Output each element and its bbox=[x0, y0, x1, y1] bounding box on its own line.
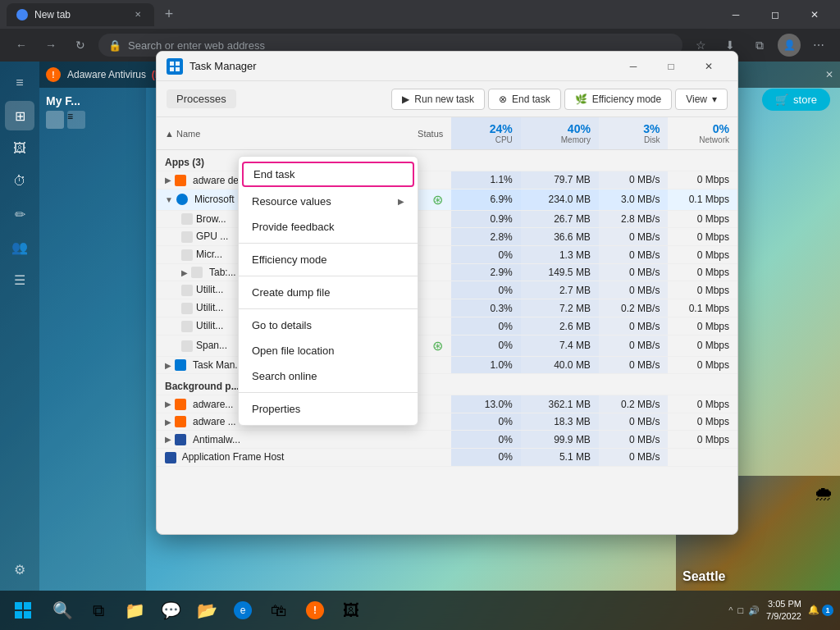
taskbar-fileexplorer-button[interactable]: 📁 bbox=[118, 594, 151, 627]
forward-button[interactable]: → bbox=[39, 34, 62, 57]
tm-maximize-button[interactable]: □ bbox=[652, 55, 690, 78]
table-row[interactable]: ▶ Antimalw... 0% 99.9 MB 0 MB/s 0 Mbps bbox=[157, 431, 737, 449]
open-file-location-label: Open file location bbox=[252, 345, 334, 357]
taskbar-store-button[interactable]: 🛍 bbox=[262, 594, 295, 627]
sidebar-history-button[interactable]: ⏱ bbox=[5, 167, 34, 196]
resource-values-label: Resource values bbox=[252, 195, 331, 208]
start-button[interactable] bbox=[7, 594, 39, 627]
notification-area[interactable]: 🔔 1 bbox=[808, 605, 833, 616]
tab-favicon bbox=[16, 9, 28, 21]
taskbar-search-button[interactable]: 🔍 bbox=[46, 594, 79, 627]
taskbar: 🔍 ⧉ 📁 💬 📂 e 🛍 ! 🖼 ^ □ 🔊 3:05 PM 7/9/2022 bbox=[0, 591, 840, 630]
context-menu-end-task[interactable]: End task bbox=[242, 162, 414, 187]
sidebar-settings-button[interactable]: ⚙ bbox=[5, 555, 34, 584]
address-text: Search or enter web address bbox=[128, 39, 265, 52]
taskbar-edge-button[interactable]: e bbox=[226, 594, 259, 627]
refresh-button[interactable]: ↻ bbox=[69, 34, 92, 57]
back-button[interactable]: ← bbox=[10, 34, 33, 57]
tray-wifi-icon[interactable]: □ bbox=[737, 605, 743, 615]
tab-close-button[interactable]: ✕ bbox=[131, 8, 144, 21]
window-controls: ─ ◻ ✕ bbox=[717, 2, 833, 28]
restore-button[interactable]: ◻ bbox=[756, 2, 794, 28]
efficiency-icon: 🌿 bbox=[575, 94, 587, 105]
notification-icon: 🔔 bbox=[808, 605, 819, 614]
taskbar-photos-button[interactable]: 🖼 bbox=[335, 594, 368, 627]
svg-rect-1 bbox=[176, 62, 180, 66]
expand-taskmgr-button[interactable]: ▶ Task Man... bbox=[165, 359, 243, 371]
collapse-icon: ▼ bbox=[165, 195, 173, 204]
task-manager-toolbar: Processes ▶ Run new task ⊗ End task 🌿 Ef… bbox=[157, 81, 737, 117]
sidebar: ≡ ⊞ 🖼 ⏱ ✏ 👥 ☰ ⚙ bbox=[0, 62, 39, 591]
context-menu-provide-feedback[interactable]: Provide feedback bbox=[239, 214, 418, 240]
system-tray: ^ □ 🔊 bbox=[728, 605, 760, 616]
end-task-button[interactable]: ⊗ End task bbox=[488, 89, 561, 110]
feed-view-grid[interactable] bbox=[46, 111, 64, 129]
sidebar-edit-button[interactable]: ✏ bbox=[5, 199, 34, 229]
store-button[interactable]: 🛒 store bbox=[762, 89, 830, 111]
tray-expand-icon[interactable]: ^ bbox=[728, 605, 733, 615]
system-clock[interactable]: 3:05 PM 7/9/2022 bbox=[766, 598, 801, 623]
sidebar-menu-button[interactable]: ≡ bbox=[5, 68, 34, 98]
sidebar-users-button[interactable]: 👥 bbox=[5, 232, 34, 262]
tm-close-button[interactable]: ✕ bbox=[690, 55, 728, 78]
minimize-button[interactable]: ─ bbox=[717, 2, 755, 28]
network-column-header: 0% Network bbox=[668, 117, 737, 150]
desktop: New tab ✕ + ─ ◻ ✕ ← → ↻ 🔒 Search or ente… bbox=[0, 0, 840, 630]
profile-button[interactable]: 👤 bbox=[778, 34, 801, 57]
my-feed-title: My F... bbox=[46, 94, 139, 107]
expand-icon: ▶ bbox=[165, 176, 171, 185]
task-manager-titlebar: Task Manager ─ □ ✕ bbox=[157, 52, 737, 81]
svg-rect-2 bbox=[170, 67, 174, 71]
context-menu: End task Resource values ▶ Provide feedb… bbox=[238, 156, 418, 426]
create-dump-label: Create dump file bbox=[252, 286, 330, 299]
context-menu-search-online[interactable]: Search online bbox=[239, 363, 418, 389]
context-menu-go-to-details[interactable]: Go to details bbox=[239, 313, 418, 338]
cpu-column-header: 24% CPU bbox=[451, 117, 521, 150]
sidebar-collections-button[interactable]: 🖼 bbox=[5, 134, 34, 163]
expand-adware-bg-button[interactable]: ▶ adware... bbox=[165, 399, 233, 410]
context-menu-resource-values[interactable]: Resource values ▶ bbox=[239, 189, 418, 214]
view-button[interactable]: View ▾ bbox=[675, 89, 728, 110]
sidebar-apps-button[interactable]: ⊞ bbox=[5, 101, 34, 130]
run-new-task-button[interactable]: ▶ Run new task bbox=[391, 89, 485, 110]
task-manager-title: Task Manager bbox=[189, 60, 614, 72]
menu-button[interactable]: ⋯ bbox=[807, 34, 830, 57]
adware-close-button[interactable]: ✕ bbox=[825, 69, 833, 80]
toolbar-actions: ▶ Run new task ⊗ End task 🌿 Efficiency m… bbox=[391, 89, 728, 110]
store-icon: 🛒 bbox=[775, 94, 788, 106]
search-online-label: Search online bbox=[252, 370, 317, 382]
name-column-header: ▲ Name bbox=[165, 129, 200, 139]
close-button[interactable]: ✕ bbox=[796, 2, 833, 28]
feed-view-list[interactable]: ≡ bbox=[67, 111, 85, 129]
new-tab-button[interactable]: + bbox=[158, 3, 180, 26]
split-button[interactable]: ⧉ bbox=[748, 34, 771, 57]
taskbar-right-area: ^ □ 🔊 3:05 PM 7/9/2022 🔔 1 bbox=[728, 598, 833, 623]
sidebar-lists-button[interactable]: ☰ bbox=[5, 265, 34, 294]
run-task-icon: ▶ bbox=[402, 94, 409, 105]
task-manager-icon bbox=[167, 58, 183, 75]
expand-tab-button[interactable]: ▶ Tab:... bbox=[181, 267, 236, 278]
go-to-details-label: Go to details bbox=[252, 319, 312, 331]
taskbar-adware-button[interactable]: ! bbox=[299, 594, 331, 627]
table-row[interactable]: Application Frame Host 0% 5.1 MB 0 MB/s bbox=[157, 448, 737, 466]
processes-tab[interactable]: Processes bbox=[167, 89, 236, 108]
expand-adware2-button[interactable]: ▶ adware ... bbox=[165, 416, 236, 427]
tab-bar: New tab ✕ + ─ ◻ ✕ bbox=[0, 0, 840, 29]
tray-volume-icon[interactable]: 🔊 bbox=[748, 605, 760, 616]
taskbar-taskview-button[interactable]: ⧉ bbox=[82, 594, 115, 627]
context-menu-open-file-location[interactable]: Open file location bbox=[239, 338, 418, 363]
expand-antimalware-button[interactable]: ▶ Antimalw... bbox=[165, 434, 240, 445]
tm-window-controls: ─ □ ✕ bbox=[614, 55, 728, 78]
context-menu-properties[interactable]: Properties bbox=[239, 396, 418, 422]
svg-rect-3 bbox=[176, 67, 180, 71]
tm-minimize-button[interactable]: ─ bbox=[614, 55, 652, 78]
svg-rect-5 bbox=[24, 602, 31, 609]
browser-tab[interactable]: New tab ✕ bbox=[7, 3, 154, 26]
efficiency-mode-button[interactable]: 🌿 Efficiency mode bbox=[564, 89, 673, 110]
context-menu-create-dump[interactable]: Create dump file bbox=[239, 280, 418, 305]
taskbar-files-button[interactable]: 📂 bbox=[190, 594, 223, 627]
context-menu-efficiency-mode[interactable]: Efficiency mode bbox=[239, 247, 418, 272]
submenu-arrow-icon: ▶ bbox=[398, 197, 404, 206]
context-separator-4 bbox=[239, 392, 418, 393]
taskbar-chat-button[interactable]: 💬 bbox=[154, 594, 187, 627]
